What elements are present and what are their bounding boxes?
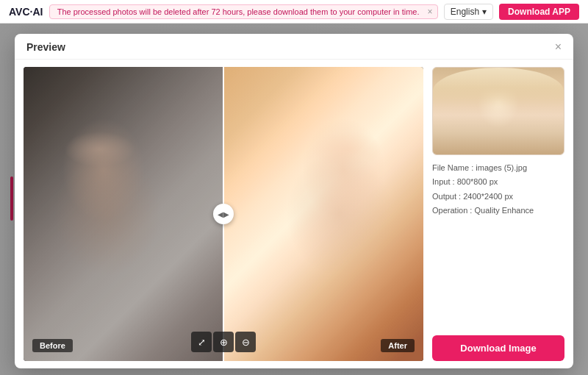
output-value: 2400*2400 px xyxy=(463,192,513,201)
fit-screen-icon: ⤢ xyxy=(198,337,206,348)
handle-arrows-icon: ◀▶ xyxy=(218,210,229,218)
thumbnail-face-image xyxy=(433,68,564,154)
fit-screen-button[interactable]: ⤢ xyxy=(191,332,212,352)
input-label: Input : xyxy=(432,177,455,186)
image-toolbar: ⤢ ⊕ ⊖ xyxy=(191,332,256,352)
file-name-value: images (5).jpg xyxy=(476,163,527,172)
image-comparison-area[interactable]: ◀▶ Before After ⤢ ⊕ xyxy=(24,67,423,361)
top-right-controls: English ▾ Download APP xyxy=(444,4,579,20)
input-size-row: Input : 800*800 px xyxy=(432,176,564,188)
modal-close-button[interactable]: × xyxy=(555,41,562,53)
comparison-wrapper: ◀▶ Before After ⤢ ⊕ xyxy=(24,67,423,361)
comparison-divider[interactable]: ◀▶ xyxy=(223,67,224,361)
after-label: After xyxy=(381,339,415,352)
modal-body: ◀▶ Before After ⤢ ⊕ xyxy=(15,60,573,368)
modal-title: Preview xyxy=(26,41,65,53)
zoom-in-button[interactable]: ⊕ xyxy=(213,332,234,352)
operation-label: Operation : xyxy=(432,206,472,215)
file-info-section: File Name : images (5).jpg Input : 800*8… xyxy=(432,162,564,217)
logo: AVC·AI xyxy=(9,6,43,18)
notification-close-icon[interactable]: × xyxy=(427,7,432,17)
input-value: 800*800 px xyxy=(457,177,498,186)
preview-modal: Preview × ◀▶ xyxy=(15,34,573,368)
after-face-overlay xyxy=(223,67,423,361)
before-face-overlay xyxy=(24,67,223,361)
divider-handle[interactable]: ◀▶ xyxy=(213,204,234,224)
notification-text: The processed photos will be deleted aft… xyxy=(57,7,420,16)
operation-value: Quality Enhance xyxy=(474,206,534,215)
output-label: Output : xyxy=(432,192,461,201)
modal-overlay: Preview × ◀▶ xyxy=(0,24,588,375)
zoom-out-icon: ⊖ xyxy=(242,337,250,348)
file-name-label: File Name : xyxy=(432,163,473,172)
notification-bar: The processed photos will be deleted aft… xyxy=(49,4,438,19)
zoom-in-icon: ⊕ xyxy=(220,337,228,348)
logo-text: AVC·AI xyxy=(9,6,43,18)
operation-row: Operation : Quality Enhance xyxy=(432,205,564,216)
file-name-row: File Name : images (5).jpg xyxy=(432,162,564,174)
zoom-out-button[interactable]: ⊖ xyxy=(235,332,256,352)
modal-header: Preview × xyxy=(15,34,573,60)
chevron-down-icon: ▾ xyxy=(482,7,487,17)
top-bar: AVC·AI The processed photos will be dele… xyxy=(0,0,588,24)
language-label: English xyxy=(451,7,479,17)
download-app-button[interactable]: Download APP xyxy=(499,4,579,20)
image-thumbnail xyxy=(432,67,564,155)
before-label: Before xyxy=(32,339,73,352)
right-panel: File Name : images (5).jpg Input : 800*8… xyxy=(432,67,564,361)
language-selector[interactable]: English ▾ xyxy=(444,4,493,20)
output-size-row: Output : 2400*2400 px xyxy=(432,191,564,202)
download-image-button[interactable]: Download Image xyxy=(432,335,564,361)
